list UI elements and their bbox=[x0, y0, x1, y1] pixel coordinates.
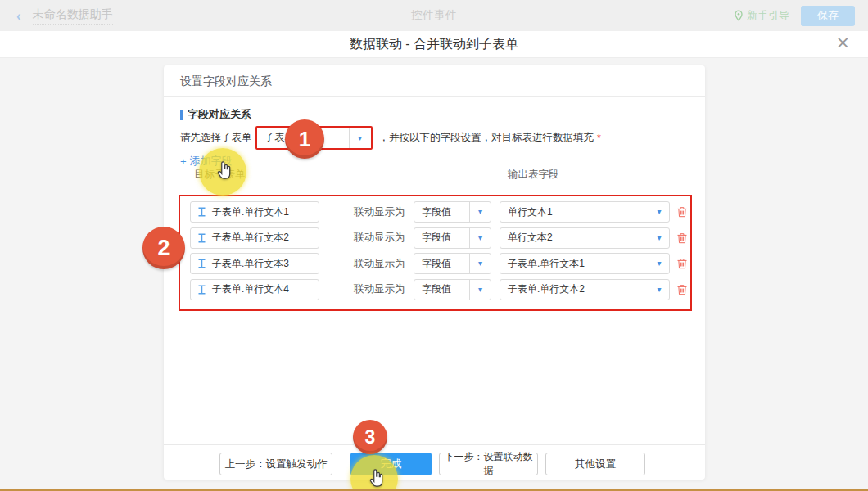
output-field-value: 单行文本2 bbox=[500, 231, 649, 245]
chevron-down-icon: ▾ bbox=[478, 208, 482, 216]
mode-select[interactable]: 字段值 ▾ bbox=[414, 253, 491, 274]
chevron-down-icon: ▾ bbox=[657, 286, 661, 294]
section-title: 字段对应关系 bbox=[180, 107, 251, 122]
target-field-input[interactable]: 子表单.单行文本3 bbox=[190, 253, 319, 274]
mode-select-caret-zone[interactable]: ▾ bbox=[469, 202, 491, 222]
delete-row-button[interactable] bbox=[676, 206, 688, 218]
mode-select-caret-zone[interactable]: ▾ bbox=[469, 228, 491, 248]
step-badge-3: 3 bbox=[353, 420, 387, 454]
mode-select-caret-zone[interactable]: ▾ bbox=[469, 280, 491, 300]
step-badge-2: 2 bbox=[142, 227, 185, 269]
delete-row-button[interactable] bbox=[676, 232, 688, 244]
subform-select-caret-zone[interactable]: ▾ bbox=[349, 128, 371, 148]
mode-select-value: 字段值 bbox=[414, 205, 469, 219]
field-mapping-panel: 设置字段对应关系 字段对应关系 请先选择子表单 子表单 ▾ ，并按以下的字段设置… bbox=[164, 65, 705, 480]
mode-select-value: 字段值 bbox=[414, 282, 469, 296]
mode-select-value: 字段值 bbox=[414, 257, 469, 271]
required-mark: * bbox=[597, 133, 601, 144]
chevron-down-icon: ▾ bbox=[657, 208, 661, 216]
chevron-down-icon: ▾ bbox=[478, 234, 482, 242]
mode-select[interactable]: 字段值 ▾ bbox=[414, 201, 491, 223]
header-separator bbox=[180, 187, 689, 187]
output-select-caret-zone[interactable]: ▾ bbox=[649, 280, 669, 300]
close-icon[interactable]: × bbox=[835, 34, 850, 52]
target-field-value: 子表单.单行文本1 bbox=[212, 205, 289, 219]
output-select-caret-zone[interactable]: ▾ bbox=[649, 202, 669, 222]
mode-select[interactable]: 字段值 ▾ bbox=[414, 227, 491, 249]
output-field-select[interactable]: 单行文本1 ▾ bbox=[500, 201, 670, 223]
trash-icon bbox=[676, 232, 688, 244]
subform-select-row: 请先选择子表单 子表单 ▾ ，并按以下的字段设置，对目标表进行数据填充 * bbox=[180, 126, 601, 150]
top-bar: ‹ 未命名数据助手 控件事件 新手引导 保存 bbox=[0, 0, 868, 31]
other-settings-button[interactable]: 其他设置 bbox=[545, 453, 645, 475]
chevron-down-icon: ▾ bbox=[478, 286, 482, 294]
mapping-rows-container: 子表单.单行文本1 联动显示为 字段值 ▾ 单行文本1 ▾ bbox=[179, 195, 692, 311]
save-button[interactable]: 保存 bbox=[801, 6, 855, 26]
next-step-button[interactable]: 下一步：设置联动数据 bbox=[439, 453, 538, 475]
output-field-select[interactable]: 子表单.单行文本1 ▾ bbox=[500, 253, 670, 274]
target-field-value: 子表单.单行文本4 bbox=[212, 282, 289, 296]
section-bar-icon bbox=[180, 110, 183, 120]
chevron-down-icon: ▾ bbox=[478, 259, 482, 268]
guide-link[interactable]: 新手引导 bbox=[734, 8, 789, 23]
mapping-row: 子表单.单行文本1 联动显示为 字段值 ▾ 单行文本1 ▾ bbox=[180, 201, 690, 223]
output-field-select[interactable]: 子表单.单行文本2 ▾ bbox=[500, 279, 670, 300]
target-field-input[interactable]: 子表单.单行文本2 bbox=[190, 227, 319, 249]
text-field-icon bbox=[197, 259, 206, 268]
target-field-input[interactable]: 子表单.单行文本1 bbox=[190, 201, 319, 223]
mapping-row: 子表单.单行文本2 联动显示为 字段值 ▾ 单行文本2 ▾ bbox=[180, 227, 690, 249]
mode-select-caret-zone[interactable]: ▾ bbox=[469, 254, 491, 273]
chevron-down-icon: ▾ bbox=[657, 259, 661, 268]
plus-icon: + bbox=[180, 155, 187, 168]
text-field-icon bbox=[197, 207, 206, 217]
delete-row-button[interactable] bbox=[676, 284, 688, 295]
panel-title: 设置字段对应关系 bbox=[164, 65, 705, 97]
step-badge-1: 1 bbox=[285, 119, 324, 159]
target-field-input[interactable]: 子表单.单行文本4 bbox=[190, 279, 319, 300]
relation-label: 联动显示为 bbox=[354, 231, 407, 245]
output-field-value: 单行文本1 bbox=[500, 205, 649, 219]
output-field-select[interactable]: 单行文本2 ▾ bbox=[500, 227, 670, 249]
footer-separator bbox=[164, 444, 705, 445]
select-prompt-label: 请先选择子表单 bbox=[180, 131, 252, 145]
chevron-down-icon: ▾ bbox=[657, 234, 661, 242]
trash-icon bbox=[676, 206, 688, 218]
hand-cursor-icon bbox=[214, 160, 235, 182]
mapping-row: 子表单.单行文本3 联动显示为 字段值 ▾ 子表单.单行文本1 ▾ bbox=[180, 253, 690, 274]
mapping-row: 子表单.单行文本4 联动显示为 字段值 ▾ 子表单.单行文本2 ▾ bbox=[180, 279, 690, 300]
modal-header: 数据联动 - 合并联动到子表单 × bbox=[0, 31, 868, 58]
chevron-down-icon: ▾ bbox=[358, 134, 362, 142]
mode-select[interactable]: 字段值 ▾ bbox=[414, 279, 491, 300]
output-select-caret-zone[interactable]: ▾ bbox=[649, 228, 669, 248]
relation-label: 联动显示为 bbox=[354, 257, 407, 271]
output-field-value: 子表单.单行文本1 bbox=[500, 257, 649, 271]
text-field-icon bbox=[197, 233, 206, 243]
mode-select-value: 字段值 bbox=[414, 231, 469, 245]
guide-pin-icon bbox=[734, 10, 744, 21]
column-header-output: 输出表字段 bbox=[508, 168, 559, 182]
delete-row-button[interactable] bbox=[676, 258, 688, 269]
relation-label: 联动显示为 bbox=[354, 282, 407, 296]
text-field-icon bbox=[197, 285, 206, 295]
prev-step-button[interactable]: 上一步：设置触发动作 bbox=[219, 453, 332, 475]
trash-icon bbox=[676, 284, 688, 295]
target-field-value: 子表单.单行文本3 bbox=[212, 257, 289, 271]
hand-cursor-icon bbox=[366, 467, 387, 490]
relation-label: 联动显示为 bbox=[354, 205, 407, 219]
modal-title: 数据联动 - 合并联动到子表单 bbox=[350, 36, 518, 53]
guide-label: 新手引导 bbox=[747, 8, 789, 23]
target-field-value: 子表单.单行文本2 bbox=[212, 231, 289, 245]
output-field-value: 子表单.单行文本2 bbox=[500, 282, 649, 296]
output-select-caret-zone[interactable]: ▾ bbox=[649, 254, 669, 273]
select-suffix-label: ，并按以下的字段设置，对目标表进行数据填充 bbox=[379, 131, 594, 145]
trash-icon bbox=[676, 258, 688, 269]
